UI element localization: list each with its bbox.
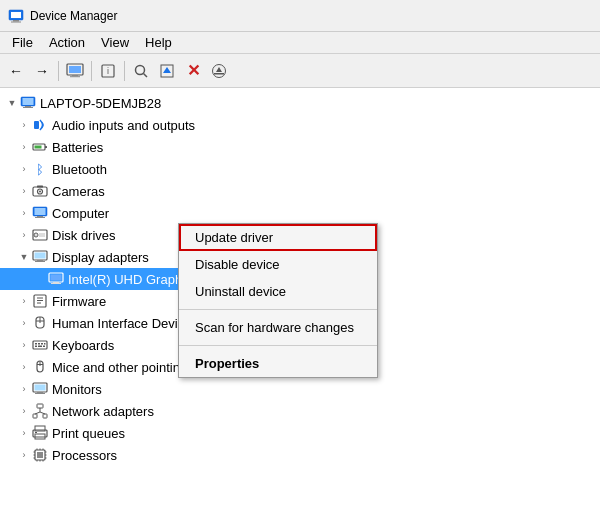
hid-icon (32, 315, 48, 331)
expand-print: › (16, 428, 32, 438)
svg-rect-21 (34, 121, 39, 129)
update-driver-button[interactable] (155, 59, 179, 83)
device-manager-button[interactable] (63, 59, 87, 83)
svg-rect-34 (33, 230, 47, 240)
scan-button[interactable] (129, 59, 153, 83)
title-bar-icon (8, 8, 24, 24)
svg-line-74 (40, 412, 45, 414)
uninstall-button[interactable]: ✕ (181, 59, 205, 83)
svg-point-10 (136, 65, 145, 74)
svg-rect-7 (70, 76, 80, 77)
network-label: Network adapters (52, 404, 154, 419)
svg-rect-69 (37, 404, 43, 408)
tree-batteries[interactable]: › Batteries (0, 136, 260, 158)
svg-rect-19 (25, 106, 31, 107)
svg-rect-23 (45, 146, 47, 148)
svg-rect-33 (35, 217, 45, 218)
context-properties[interactable]: Properties (179, 350, 377, 377)
svg-line-11 (144, 73, 148, 77)
install-button[interactable] (207, 59, 231, 83)
tree-computer[interactable]: › Computer (0, 202, 260, 224)
cpu-icon (32, 447, 48, 463)
forward-button[interactable]: → (30, 59, 54, 83)
keyboards-label: Keyboards (52, 338, 114, 353)
context-sep-2 (179, 345, 377, 346)
svg-text:ᛒ: ᛒ (36, 162, 44, 177)
svg-rect-31 (35, 208, 46, 215)
tree-root[interactable]: ▼ LAPTOP-5DEMJB28 (0, 92, 260, 114)
svg-rect-68 (35, 393, 45, 394)
menu-help[interactable]: Help (137, 33, 180, 52)
expand-firmware: › (16, 296, 32, 306)
menu-bar: File Action View Help (0, 32, 600, 54)
context-update-driver[interactable]: Update driver (179, 224, 377, 251)
firmware-icon (32, 293, 48, 309)
toolbar-sep-3 (124, 61, 125, 81)
monitor-icon (32, 381, 48, 397)
svg-rect-56 (38, 343, 40, 345)
svg-marker-13 (163, 67, 171, 73)
svg-rect-20 (23, 107, 33, 108)
svg-rect-40 (35, 253, 46, 259)
svg-rect-46 (51, 283, 61, 284)
svg-rect-54 (33, 341, 47, 349)
expand-mice: › (16, 362, 32, 372)
toolbar: ← → i ✕ (0, 54, 600, 88)
expand-computer: › (16, 208, 32, 218)
tree-network[interactable]: › Network adapters (0, 400, 260, 422)
svg-point-36 (36, 235, 37, 236)
back-button[interactable]: ← (4, 59, 28, 83)
tree-monitors[interactable]: › Monitors (0, 378, 260, 400)
bluetooth-icon: ᛒ (32, 161, 48, 177)
monitors-label: Monitors (52, 382, 102, 397)
tree-print[interactable]: › Print queues (0, 422, 260, 444)
firmware-label: Firmware (52, 294, 106, 309)
svg-rect-1 (11, 12, 21, 18)
mice-label: Mice and other pointing... (52, 360, 198, 375)
expand-monitors: › (16, 384, 32, 394)
svg-rect-32 (37, 216, 43, 217)
svg-rect-67 (37, 392, 43, 393)
expand-disk: › (16, 230, 32, 240)
expand-audio: › (16, 120, 32, 130)
tree-processors[interactable]: › Proces (0, 444, 260, 466)
svg-rect-58 (44, 343, 46, 345)
menu-action[interactable]: Action (41, 33, 93, 52)
cameras-label: Cameras (52, 184, 105, 199)
svg-rect-29 (37, 186, 43, 188)
context-scan-changes[interactable]: Scan for hardware changes (179, 314, 377, 341)
processors-label: Processors (52, 448, 117, 463)
svg-rect-71 (43, 414, 47, 418)
display-icon (32, 249, 48, 265)
svg-rect-57 (41, 343, 43, 345)
computer-label: Computer (52, 206, 109, 221)
properties-button[interactable]: i (96, 59, 120, 83)
svg-text:i: i (107, 66, 109, 76)
svg-rect-41 (37, 260, 43, 261)
context-uninstall-device[interactable]: Uninstall device (179, 278, 377, 305)
display-label: Display adapters (52, 250, 149, 265)
menu-view[interactable]: View (93, 33, 137, 52)
svg-rect-2 (13, 20, 19, 22)
tree-cameras[interactable]: › Cameras (0, 180, 260, 202)
print-icon (32, 425, 48, 441)
expand-network: › (16, 406, 32, 416)
expand-root: ▼ (4, 98, 20, 108)
expand-hid: › (16, 318, 32, 328)
expand-cameras: › (16, 186, 32, 196)
context-menu: Update driver Disable device Uninstall d… (178, 223, 378, 378)
toolbar-sep-1 (58, 61, 59, 81)
menu-file[interactable]: File (4, 33, 41, 52)
context-disable-device[interactable]: Disable device (179, 251, 377, 278)
toolbar-sep-2 (91, 61, 92, 81)
hid-label: Human Interface Devices (52, 316, 198, 331)
expand-processors: › (16, 450, 32, 460)
audio-label: Audio inputs and outputs (52, 118, 195, 133)
network-icon (32, 403, 48, 419)
tree-bluetooth[interactable]: › ᛒ Bluetooth (0, 158, 260, 180)
bluetooth-label: Bluetooth (52, 162, 107, 177)
title-bar-text: Device Manager (30, 9, 117, 23)
tree-audio[interactable]: › Audio inputs and outputs (0, 114, 260, 136)
computer-item-icon (32, 205, 48, 221)
camera-icon (32, 183, 48, 199)
